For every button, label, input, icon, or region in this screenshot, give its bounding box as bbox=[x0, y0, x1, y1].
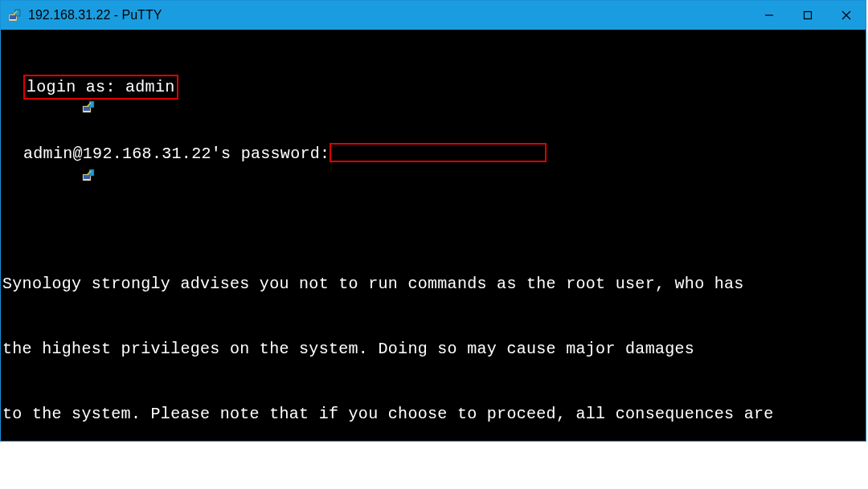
warning-line-2: the highest privileges on the system. Do… bbox=[2, 338, 866, 360]
maximize-button[interactable] bbox=[788, 1, 827, 30]
putty-line-icon bbox=[2, 145, 18, 161]
titlebar[interactable]: 192.168.31.22 - PuTTY bbox=[1, 1, 866, 30]
password-line: admin@192.168.31.22's password: bbox=[2, 143, 866, 165]
warning-line-4: at your own risk. bbox=[2, 468, 866, 489]
warning-line-1: Synology strongly advises you not to run… bbox=[2, 273, 866, 295]
window-controls bbox=[750, 1, 866, 30]
minimize-button[interactable] bbox=[750, 1, 788, 30]
password-highlight bbox=[330, 143, 547, 162]
putty-line-icon bbox=[2, 77, 18, 93]
close-button[interactable] bbox=[827, 1, 866, 30]
login-line: login as: admin bbox=[2, 75, 866, 100]
login-highlight: login as: admin bbox=[23, 75, 178, 100]
blank-line bbox=[2, 208, 866, 230]
terminal-area[interactable]: login as: admin admin@192.168.31.22's pa… bbox=[1, 30, 866, 489]
svg-rect-5 bbox=[805, 12, 812, 19]
warning-line-3: to the system. Please note that if you c… bbox=[2, 403, 866, 425]
putty-icon bbox=[7, 8, 22, 22]
putty-window: 192.168.31.22 - PuTTY login bbox=[0, 0, 866, 442]
password-prompt-text: admin@192.168.31.22's password: bbox=[23, 143, 330, 165]
window-title: 192.168.31.22 - PuTTY bbox=[28, 8, 162, 22]
